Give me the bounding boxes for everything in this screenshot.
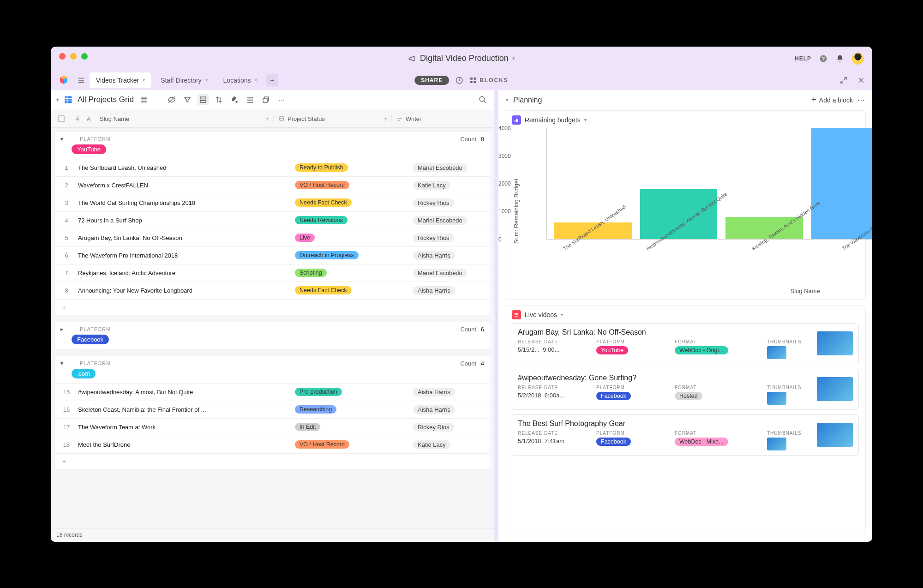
cell-status[interactable]: Needs Fact Check	[295, 198, 413, 207]
group-toggle-icon[interactable]: ▾	[60, 136, 69, 142]
dashboard-title[interactable]: Planning	[513, 96, 542, 104]
col-header-slug[interactable]: A Slug Name ▾	[71, 115, 273, 122]
color-icon[interactable]	[229, 94, 240, 105]
cell-writer[interactable]: Mariel Escobedo	[413, 216, 490, 225]
cell-writer[interactable]: Mariel Escobedo	[413, 269, 490, 277]
close-blocks-icon[interactable]	[857, 76, 866, 85]
cell-slug[interactable]: The Waveform Team at Work	[78, 424, 295, 431]
cell-slug[interactable]: Waveform x CrestFALLEN	[78, 182, 295, 189]
row-height-icon[interactable]	[245, 94, 256, 105]
hamburger-icon[interactable]	[76, 76, 87, 84]
col-header-status[interactable]: Project Status ▾	[273, 115, 391, 122]
record-row[interactable]: 17The Waveform Team at WorkIn EditRickey…	[55, 418, 490, 436]
notifications-icon[interactable]	[835, 54, 845, 63]
record-row[interactable]: 6The Waveform Pro International 2018Outr…	[55, 246, 490, 264]
avatar[interactable]	[852, 53, 864, 65]
sort-icon[interactable]	[213, 94, 224, 105]
cell-writer[interactable]: Aisha Harris	[413, 251, 490, 260]
record-row[interactable]: 15#wipeoutwednesday: Almost, But Not Qui…	[55, 383, 490, 401]
hide-fields-icon[interactable]	[166, 94, 177, 105]
record-row[interactable]: 3The World Cat Surfing Championships 201…	[55, 194, 490, 211]
cell-writer[interactable]: Rickey Rios	[413, 423, 490, 432]
svg-rect-32	[76, 119, 79, 121]
record-row[interactable]: 16Skeleton Coast, Namibia: the Final Fro…	[55, 401, 490, 418]
search-icon[interactable]	[477, 94, 488, 105]
record-row[interactable]: 1The Surfboard Leash, UnleashedReady to …	[55, 159, 490, 176]
add-record-button[interactable]: +	[55, 453, 490, 469]
view-menu-caret-icon[interactable]: ▾	[56, 97, 59, 103]
dashboard-more-icon[interactable]: ⋯	[857, 96, 865, 104]
cell-status[interactable]: VO / Host Record	[295, 440, 413, 449]
svg-text:?: ?	[822, 55, 825, 61]
collaborators-icon[interactable]	[138, 94, 150, 105]
cell-slug[interactable]: Meet the SurfDrone	[78, 441, 295, 448]
cell-writer[interactable]: Aisha Harris	[413, 405, 490, 414]
cell-slug[interactable]: Skeleton Coast, Namibia: the Final Front…	[78, 406, 295, 413]
table-tab[interactable]: Staff Directory▾	[154, 72, 214, 88]
cell-slug[interactable]: The Waveform Pro International 2018	[78, 252, 295, 259]
cell-status[interactable]: Researching	[295, 405, 413, 414]
cell-writer[interactable]: Aisha Harris	[413, 388, 490, 396]
add-table-button[interactable]: +	[266, 74, 278, 86]
cell-writer[interactable]: Aisha Harris	[413, 286, 490, 295]
grid-body[interactable]: ▾PLATFORMCount 8YouTube1The Surfboard Le…	[51, 128, 494, 528]
expand-icon[interactable]	[839, 76, 848, 85]
record-row[interactable]: 5Arugam Bay, Sri Lanka: No Off-SeasonLiv…	[55, 229, 490, 246]
cell-slug[interactable]: Arugam Bay, Sri Lanka: No Off-Season	[78, 234, 295, 241]
chart-block-title[interactable]: Remaining budgets	[525, 116, 581, 124]
cell-status[interactable]: In Edit	[295, 423, 413, 431]
add-block-button[interactable]: +Add a block	[811, 95, 853, 105]
panel-resize-handle[interactable]: ⋮	[495, 90, 497, 542]
table-tab[interactable]: Locations▾	[217, 72, 264, 88]
cell-slug[interactable]: The World Cat Surfing Championships 2018	[78, 199, 295, 206]
help-link[interactable]: HELP	[795, 55, 811, 62]
record-row[interactable]: 2Waveform x CrestFALLENVO / Host RecordK…	[55, 176, 490, 194]
cell-status[interactable]: Needs Revisions	[295, 216, 413, 224]
grid-view-icon	[64, 95, 73, 104]
cell-slug[interactable]: #wipeoutwednesday: Almost, But Not Quite	[78, 389, 295, 396]
add-record-button[interactable]: +	[55, 299, 490, 315]
group-icon[interactable]	[198, 94, 209, 105]
cell-writer[interactable]: Katie Lacy	[413, 181, 490, 190]
app-logo-icon[interactable]	[58, 75, 69, 86]
view-name[interactable]: All Projects Grid	[78, 95, 134, 104]
cell-writer[interactable]: Katie Lacy	[413, 440, 490, 449]
table-tabbar: Videos Tracker▾Staff Directory▾Locations…	[51, 71, 872, 90]
col-header-writer[interactable]: Writer	[391, 115, 494, 122]
cell-status[interactable]: Scripting	[295, 269, 413, 277]
cell-slug[interactable]: 72 Hours in a Surf Shop	[78, 217, 295, 224]
live-block-title[interactable]: Live videos	[525, 311, 557, 318]
cell-writer[interactable]: Rickey Rios	[413, 234, 490, 242]
cell-writer[interactable]: Rickey Rios	[413, 198, 490, 207]
group-toggle-icon[interactable]: ▸	[60, 326, 69, 332]
record-row[interactable]: 472 Hours in a Surf ShopNeeds RevisionsM…	[55, 211, 490, 229]
group-toggle-icon[interactable]: ▾	[60, 360, 69, 366]
share-button[interactable]: SHARE	[414, 76, 449, 85]
cell-status[interactable]: VO / Host Record	[295, 181, 413, 189]
share-view-icon[interactable]	[260, 94, 271, 105]
select-all-checkbox[interactable]	[58, 115, 65, 122]
record-row[interactable]: 8Announcing: Your New Favorite Longboard…	[55, 282, 490, 299]
history-icon[interactable]	[455, 76, 464, 85]
dashboard-menu-caret-icon[interactable]: ▾	[506, 97, 509, 103]
cell-status[interactable]: Outreach in Progress	[295, 251, 413, 259]
base-title[interactable]: Digital Video Production ▾	[408, 54, 515, 63]
cell-slug[interactable]: Announcing: Your New Favorite Longboard	[78, 287, 295, 294]
cell-slug[interactable]: The Surfboard Leash, Unleashed	[78, 164, 295, 171]
record-row[interactable]: 18Meet the SurfDroneVO / Host RecordKati…	[55, 436, 490, 453]
cell-writer[interactable]: Mariel Escobedo	[413, 163, 490, 172]
help-icon[interactable]: ?	[819, 54, 828, 63]
blocks-toggle[interactable]: BLOCKS	[469, 77, 509, 84]
more-icon[interactable]: ⋯	[276, 94, 287, 105]
record-card[interactable]: #wipeoutwednesday: Gone Surfing?RELEASE …	[512, 369, 859, 410]
cell-status[interactable]: Ready to Publish	[295, 163, 413, 172]
cell-status[interactable]: Needs Fact Check	[295, 286, 413, 294]
record-card[interactable]: Arugam Bay, Sri Lanka: No Off-SeasonRELE…	[512, 323, 859, 364]
cell-status[interactable]: Live	[295, 234, 413, 242]
filter-icon[interactable]	[182, 94, 193, 105]
cell-status[interactable]: Pre-production	[295, 388, 413, 396]
cell-slug[interactable]: Reykjanes, Iceland: Arctic Adventure	[78, 270, 295, 276]
table-tab[interactable]: Videos Tracker▾	[90, 72, 151, 88]
record-row[interactable]: 7Reykjanes, Iceland: Arctic AdventureScr…	[55, 264, 490, 282]
record-card[interactable]: The Best Surf Photography GearRELEASE DA…	[512, 414, 859, 456]
